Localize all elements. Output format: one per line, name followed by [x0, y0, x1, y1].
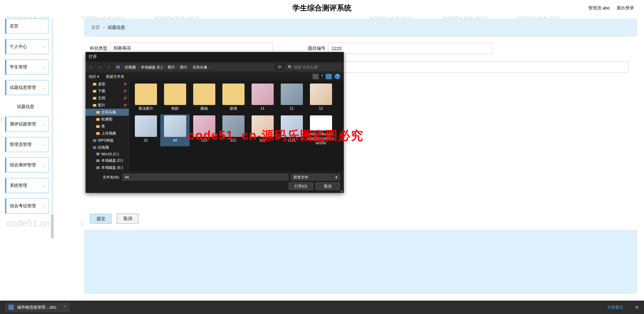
view-chevron-icon[interactable]: ▾ [321, 74, 323, 79]
new-folder-button[interactable]: 新建文件夹 [106, 74, 124, 79]
cancel-button[interactable]: 取消 [117, 214, 139, 224]
chevron-down-icon: ▾ [335, 175, 337, 179]
tree-item-2[interactable]: 文档📌 [86, 95, 129, 102]
chevron-down-icon: ⌄ [42, 163, 45, 167]
download-bar: 城市物流港管理....doc ⌃ 全部显示 ✕ [0, 301, 644, 314]
preview-icon[interactable] [326, 74, 332, 79]
sidebar-item-6[interactable]: 管理员管理⌄ [5, 137, 49, 152]
crumb-segment[interactable]: 图片 [180, 65, 187, 70]
file-name: 22 [144, 138, 148, 143]
sidebar-item-9[interactable]: 综合考试管理⌄ [5, 198, 49, 214]
file-item-8[interactable]: 44 [160, 114, 190, 146]
crumb-segment[interactable]: 此电脑 [125, 65, 136, 70]
chevron-right-icon: › [209, 65, 210, 69]
tree-item-7[interactable]: 上传视频 [86, 130, 129, 137]
chevron-right-icon: › [190, 65, 191, 69]
sidebar-item-1[interactable]: 个人中心⌄ [5, 39, 49, 54]
file-item-10[interactable]: 312 [219, 114, 248, 146]
thumbnail [252, 115, 274, 137]
file-name: 312 [230, 138, 236, 143]
label-number: 题目编号 [308, 45, 328, 51]
pin-icon: 📌 [123, 83, 127, 86]
nav-up-icon[interactable]: ↑ [106, 65, 112, 69]
address-bar[interactable]: ›此电脑›本地磁盘 (E:)›图片›图片›古风头像› [114, 63, 274, 71]
file-item-9[interactable]: 123 [190, 114, 219, 146]
chevron-down-icon: ⌄ [42, 184, 45, 188]
file-item-6[interactable]: 12 [306, 83, 335, 114]
thumbnail [310, 115, 332, 130]
open-button[interactable]: 打开(O) [289, 182, 313, 190]
file-item-4[interactable]: 11 [248, 83, 277, 114]
show-all-link[interactable]: 全部显示 [607, 305, 623, 310]
download-item[interactable]: 城市物流港管理....doc ⌃ [5, 303, 70, 312]
tree-item-0[interactable]: 桌面📌 [86, 81, 129, 88]
resize-handle[interactable]: ◢ [340, 189, 343, 192]
file-item-7[interactable]: 22 [131, 114, 160, 146]
file-name: 疫情 [230, 106, 237, 111]
sidebar-item-3[interactable]: 试题信息管理⌄ [5, 80, 49, 95]
tree-item-4[interactable]: 古风头像 [86, 109, 129, 116]
tree-item-3[interactable]: 图片📌 [86, 102, 129, 109]
sidebar-item-0[interactable]: 首页 [5, 18, 49, 34]
logout-link[interactable]: 退出登录 [616, 5, 634, 11]
file-item-12[interactable]: 1111 [277, 114, 306, 146]
organize-button[interactable]: 组织 ▾ [89, 74, 99, 79]
submit-button[interactable]: 提交 [90, 214, 112, 224]
chevron-down-icon: ⌄ [42, 204, 45, 208]
search-input[interactable]: 🔍 搜索"古风头像" [286, 63, 341, 71]
search-icon: 🔍 [288, 65, 292, 69]
folder-tree: 桌面📌下载📌文档📌图片📌古风头像轮播图美上传视频WPS网盘此电脑Win10 (C… [86, 81, 129, 171]
sidebar-item-7[interactable]: 综合测评管理⌄ [5, 157, 49, 173]
tree-label: 轮播图 [101, 117, 112, 122]
folder-icon [93, 104, 96, 107]
file-item-5[interactable]: 11 [277, 83, 306, 114]
file-item-2[interactable]: 眼镜 [190, 83, 219, 114]
close-icon[interactable]: ✕ [635, 305, 639, 310]
file-filter-select[interactable]: 所有文件▾ [291, 174, 340, 180]
tree-item-6[interactable]: 美 [86, 123, 129, 130]
input-number[interactable] [328, 43, 492, 54]
chevron-up-icon[interactable]: ⌃ [63, 305, 66, 310]
app-title: 学生综合测评系统 [292, 3, 352, 13]
nav-back-icon[interactable]: ← [88, 65, 94, 69]
breadcrumb-current: 试题信息 [108, 25, 125, 30]
sidebar: 首页个人中心⌄学生管理⌄试题信息管理⌄试题信息测评试题管理⌄管理员管理⌄综合测评… [0, 18, 54, 219]
tree-label: 图片 [98, 103, 105, 108]
filename-label: 文件名(N): [90, 175, 120, 180]
tree-item-5[interactable]: 轮播图 [86, 116, 129, 123]
file-item-11[interactable]: 312 [248, 114, 277, 146]
thumbnail [281, 115, 303, 137]
tree-item-11[interactable]: 本地磁盘 (D:) [86, 157, 129, 164]
breadcrumb-home[interactable]: 首页 [91, 25, 100, 30]
refresh-icon[interactable]: ⟳ [276, 65, 283, 69]
help-icon[interactable]: ? [334, 74, 340, 79]
thumbnail [310, 84, 332, 105]
tree-item-1[interactable]: 下载📌 [86, 88, 129, 95]
sidebar-item-4[interactable]: 试题信息 [5, 100, 49, 113]
view-icon[interactable] [313, 74, 319, 79]
sidebar-scrollbar[interactable] [51, 18, 54, 235]
file-item-13[interactable]: c0681434a330c46b85fc938f3ddee200 [306, 114, 335, 146]
filename-input[interactable] [122, 174, 288, 180]
file-item-3[interactable]: 疫情 [219, 83, 248, 114]
crumb-segment[interactable]: 古风头像 [193, 65, 207, 70]
tree-label: Win10 (C:) [101, 152, 119, 156]
sidebar-item-8[interactable]: 系统管理⌄ [5, 178, 49, 193]
nav-forward-icon[interactable]: → [97, 65, 103, 69]
dialog-title: 打开 [86, 52, 344, 62]
tree-item-8[interactable]: WPS网盘 [86, 137, 129, 144]
sidebar-item-5[interactable]: 测评试题管理⌄ [5, 116, 49, 132]
tree-label: 本地磁盘 (E:) [101, 165, 123, 170]
chevron-down-icon: ⌄ [42, 65, 45, 69]
admin-label[interactable]: 管理员 abo [588, 5, 610, 11]
crumb-segment[interactable]: 图片 [168, 65, 175, 70]
sidebar-item-2[interactable]: 学生管理⌄ [5, 59, 49, 75]
tree-item-12[interactable]: 本地磁盘 (E:) [86, 164, 129, 171]
tree-item-9[interactable]: 此电脑 [86, 144, 129, 151]
crumb-segment[interactable]: 本地磁盘 (E:) [141, 65, 163, 70]
file-name: 11 [260, 106, 264, 111]
tree-item-10[interactable]: Win10 (C:) [86, 151, 129, 157]
file-item-1[interactable]: 鲜奶 [160, 83, 190, 114]
file-item-0[interactable]: 算法图片 [131, 83, 160, 114]
dialog-cancel-button[interactable]: 取消 [316, 182, 340, 190]
